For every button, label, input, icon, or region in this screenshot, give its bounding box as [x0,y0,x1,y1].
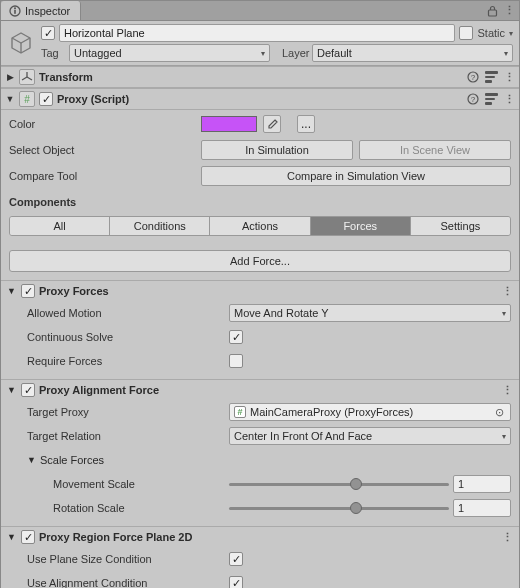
in-scene-view-button[interactable]: In Scene View [359,140,511,160]
help-icon[interactable]: ? [467,93,479,105]
svg-rect-2 [14,10,16,14]
scale-forces-foldout[interactable]: ▼ [27,455,36,465]
proxy-enabled-checkbox[interactable] [39,92,53,106]
proxy-alignment-title: Proxy Alignment Force [39,384,498,396]
color-more-button[interactable]: ... [297,115,315,133]
proxy-region-foldout[interactable]: ▼ [7,532,17,542]
compare-tool-label: Compare Tool [9,170,195,182]
target-proxy-field[interactable]: # MainCameraProxy (ProxyForces) ⊙ [229,403,511,421]
use-plane-size-label: Use Plane Size Condition [9,553,225,565]
tag-label: Tag [41,47,65,59]
svg-text:?: ? [471,95,476,104]
color-label: Color [9,118,195,130]
chevron-down-icon: ▾ [261,49,265,58]
require-forces-checkbox[interactable] [229,354,243,368]
tab-actions[interactable]: Actions [210,217,310,235]
context-menu-icon[interactable]: ⋮ [504,4,515,17]
rotation-scale-label: Rotation Scale [9,502,225,514]
static-checkbox[interactable] [459,26,473,40]
info-icon [9,5,21,17]
tab-all[interactable]: All [10,217,110,235]
proxy-alignment-enabled-checkbox[interactable] [21,383,35,397]
movement-scale-input[interactable]: 1 [453,475,511,493]
chevron-down-icon: ▾ [502,309,506,318]
color-swatch[interactable] [201,116,257,132]
presets-icon[interactable] [485,93,498,105]
tab-settings[interactable]: Settings [411,217,510,235]
scale-forces-label: Scale Forces [40,454,104,466]
svg-rect-3 [489,10,497,16]
add-force-button[interactable]: Add Force... [9,250,511,272]
select-object-label: Select Object [9,144,195,156]
compare-button[interactable]: Compare in Simulation View [201,166,511,186]
object-picker-icon[interactable]: ⊙ [492,406,506,419]
tab-conditions[interactable]: Conditions [110,217,210,235]
proxy-forces-title: Proxy Forces [39,285,498,297]
proxy-foldout[interactable]: ▼ [5,94,15,104]
target-proxy-label: Target Proxy [9,406,225,418]
allowed-motion-dropdown[interactable]: Move And Rotate Y ▾ [229,304,511,322]
proxy-region-enabled-checkbox[interactable] [21,530,35,544]
proxy-region-title: Proxy Region Force Plane 2D [39,531,498,543]
static-label: Static [477,27,505,39]
chevron-down-icon: ▾ [502,432,506,441]
help-icon[interactable]: ? [467,71,479,83]
script-icon: # [19,91,35,107]
gameobject-enabled-checkbox[interactable] [41,26,55,40]
static-dropdown-arrow[interactable]: ▾ [509,29,513,38]
proxy-forces-enabled-checkbox[interactable] [21,284,35,298]
layer-label: Layer [274,47,308,59]
svg-text:?: ? [471,73,476,82]
target-relation-label: Target Relation [9,430,225,442]
tab-forces[interactable]: Forces [311,217,411,235]
chevron-down-icon: ▾ [504,49,508,58]
transform-foldout[interactable]: ▶ [5,72,15,82]
target-relation-dropdown[interactable]: Center In Front Of And Face ▾ [229,427,511,445]
use-alignment-checkbox[interactable] [229,576,243,588]
component-menu-icon[interactable]: ⋮ [504,93,515,106]
continuous-solve-label: Continuous Solve [9,331,225,343]
allowed-motion-label: Allowed Motion [9,307,225,319]
svg-point-1 [14,7,16,9]
use-plane-size-checkbox[interactable] [229,552,243,566]
component-menu-icon[interactable]: ⋮ [504,71,515,84]
continuous-solve-checkbox[interactable] [229,330,243,344]
layer-value: Default [317,47,352,59]
transform-icon [19,69,35,85]
movement-scale-slider[interactable] [229,475,449,493]
require-forces-label: Require Forces [9,355,225,367]
transform-title: Transform [39,71,463,83]
tag-value: Untagged [74,47,122,59]
component-menu-icon[interactable]: ⋮ [502,285,513,298]
script-chip-icon: # [234,406,246,418]
component-menu-icon[interactable]: ⋮ [502,384,513,397]
rotation-scale-input[interactable]: 1 [453,499,511,517]
gameobject-icon[interactable] [7,29,35,57]
inspector-tab-label: Inspector [25,5,70,17]
tag-dropdown[interactable]: Untagged ▾ [69,44,270,62]
proxy-title: Proxy (Script) [57,93,463,105]
layer-dropdown[interactable]: Default ▾ [312,44,513,62]
lock-icon[interactable] [487,5,498,17]
eyedropper-button[interactable] [263,115,281,133]
presets-icon[interactable] [485,71,498,83]
in-simulation-button[interactable]: In Simulation [201,140,353,160]
use-alignment-label: Use Alignment Condition [9,577,225,588]
component-menu-icon[interactable]: ⋮ [502,531,513,544]
rotation-scale-slider[interactable] [229,499,449,517]
proxy-alignment-foldout[interactable]: ▼ [7,385,17,395]
inspector-tab[interactable]: Inspector [1,1,81,20]
movement-scale-label: Movement Scale [9,478,225,490]
components-label: Components [9,192,511,210]
proxy-forces-foldout[interactable]: ▼ [7,286,17,296]
gameobject-name-input[interactable] [59,24,455,42]
